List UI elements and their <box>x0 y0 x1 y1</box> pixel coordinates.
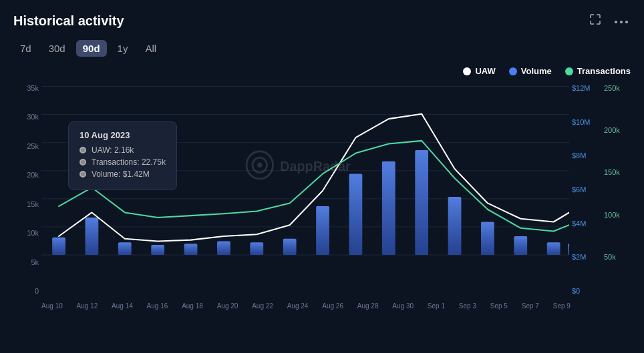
filter-1y[interactable]: 1y <box>111 40 135 57</box>
svg-rect-21 <box>415 150 428 255</box>
tooltip-uaw-dot <box>79 147 86 153</box>
filter-7d[interactable]: 7d <box>13 40 38 57</box>
x-aug28: Aug 28 <box>357 302 379 310</box>
x-sep1: Sep 1 <box>428 302 445 310</box>
svg-rect-24 <box>514 236 527 255</box>
tooltip-date: 10 Aug 2023 <box>79 130 166 140</box>
x-sep9: Sep 9 <box>553 302 571 310</box>
svg-rect-13 <box>151 245 164 255</box>
legend-transactions-label: Transactions <box>577 66 631 76</box>
tooltip: 10 Aug 2023 UAW: 2.16k Transactions: 22.… <box>68 121 177 190</box>
x-aug10: Aug 10 <box>41 302 63 310</box>
y-vol-8m: $8M <box>572 151 600 159</box>
x-aug14: Aug 14 <box>112 302 133 310</box>
y-tx-150k: 150k <box>604 168 631 176</box>
x-sep5: Sep 5 <box>490 302 508 310</box>
y-label-0: 0 <box>13 287 39 295</box>
y-label-20k: 20k <box>13 171 39 179</box>
y-axis-left: 35k 30k 25k 20k 15k 10k 5k 0 <box>13 81 39 308</box>
chart-area: 35k 30k 25k 20k 15k 10k 5k 0 $12M $10M $… <box>13 81 631 308</box>
legend-uaw-label: UAW <box>475 66 495 76</box>
x-aug26: Aug 26 <box>322 302 343 310</box>
svg-rect-17 <box>283 239 297 255</box>
page-title: Historical activity <box>13 13 124 29</box>
x-aug30: Aug 30 <box>392 302 414 310</box>
y-vol-4m: $4M <box>572 220 600 228</box>
legend-transactions: Transactions <box>565 66 631 76</box>
legend-volume-label: Volume <box>521 66 552 76</box>
x-aug12: Aug 12 <box>77 302 98 310</box>
y-label-25k: 25k <box>13 142 39 150</box>
y-tx-100k: 100k <box>604 211 631 219</box>
y-vol-2m: $2M <box>572 253 600 261</box>
tooltip-tx-row: Transactions: 22.75k <box>79 157 166 167</box>
y-vol-0: $0 <box>572 287 600 295</box>
svg-point-0 <box>615 21 617 23</box>
header-actions <box>587 12 631 29</box>
svg-rect-10 <box>52 238 65 255</box>
time-filters: 7d 30d 90d 1y All <box>13 40 631 57</box>
svg-rect-14 <box>184 244 198 255</box>
more-options-button[interactable] <box>612 13 631 28</box>
svg-rect-25 <box>547 242 560 255</box>
x-axis: Aug 10 Aug 12 Aug 14 Aug 16 Aug 18 Aug 2… <box>41 302 571 310</box>
x-aug18: Aug 18 <box>182 302 203 310</box>
svg-rect-15 <box>217 241 230 255</box>
y-tx-250k: 250k <box>604 84 631 92</box>
svg-rect-23 <box>481 222 494 255</box>
svg-rect-12 <box>118 242 132 255</box>
svg-point-29 <box>257 163 262 167</box>
x-aug24: Aug 24 <box>287 302 309 310</box>
x-sep7: Sep 7 <box>522 302 539 310</box>
svg-point-2 <box>625 21 628 23</box>
y-vol-10m: $10M <box>572 118 600 126</box>
legend-volume: Volume <box>509 66 552 76</box>
svg-rect-11 <box>86 218 99 255</box>
svg-rect-19 <box>349 173 363 255</box>
x-aug16: Aug 16 <box>147 302 168 310</box>
y-label-5k: 5k <box>13 258 39 266</box>
tooltip-uaw-value: UAW: 2.16k <box>92 145 134 155</box>
y-label-30k: 30k <box>13 113 39 121</box>
main-container: Historical activity 7d 30d 90d 1y All UA… <box>0 0 644 353</box>
svg-point-1 <box>620 21 623 23</box>
watermark: DappRadar <box>247 151 351 179</box>
expand-button[interactable] <box>587 12 604 29</box>
tooltip-tx-value: Transactions: 22.75k <box>92 157 166 167</box>
svg-text:DappRadar: DappRadar <box>280 158 350 173</box>
y-vol-6m: $6M <box>572 186 600 194</box>
transactions-dot <box>565 67 573 75</box>
uaw-dot <box>463 67 471 75</box>
y-tx-200k: 200k <box>604 126 631 134</box>
tooltip-vol-row: Volume: $1.42M <box>79 169 166 179</box>
tooltip-tx-dot <box>79 159 86 165</box>
y-axis-right-tx: 250k 200k 150k 100k 50k <box>604 81 631 308</box>
x-aug22: Aug 22 <box>252 302 273 310</box>
filter-30d[interactable]: 30d <box>42 40 72 57</box>
svg-rect-20 <box>382 161 395 255</box>
filter-all[interactable]: All <box>138 40 163 57</box>
svg-rect-26 <box>568 244 569 255</box>
volume-dot <box>509 67 517 75</box>
y-label-15k: 15k <box>13 200 39 208</box>
svg-rect-22 <box>448 197 462 255</box>
legend: UAW Volume Transactions <box>13 66 631 76</box>
tooltip-vol-dot <box>79 171 86 178</box>
tooltip-uaw-row: UAW: 2.16k <box>79 145 166 155</box>
filter-90d[interactable]: 90d <box>76 40 107 57</box>
y-label-35k: 35k <box>13 84 39 92</box>
legend-uaw: UAW <box>463 66 495 76</box>
y-tx-50k: 50k <box>604 253 631 261</box>
y-vol-12m: $12M <box>572 84 600 92</box>
svg-rect-16 <box>250 242 263 255</box>
svg-rect-18 <box>316 206 329 255</box>
x-aug20: Aug 20 <box>217 302 238 310</box>
tooltip-vol-value: Volume: $1.42M <box>92 169 150 179</box>
y-label-10k: 10k <box>13 229 39 237</box>
header: Historical activity <box>13 12 631 29</box>
x-sep3: Sep 3 <box>459 302 476 310</box>
y-axis-right-volume: $12M $10M $8M $6M $4M $2M $0 <box>572 81 600 308</box>
